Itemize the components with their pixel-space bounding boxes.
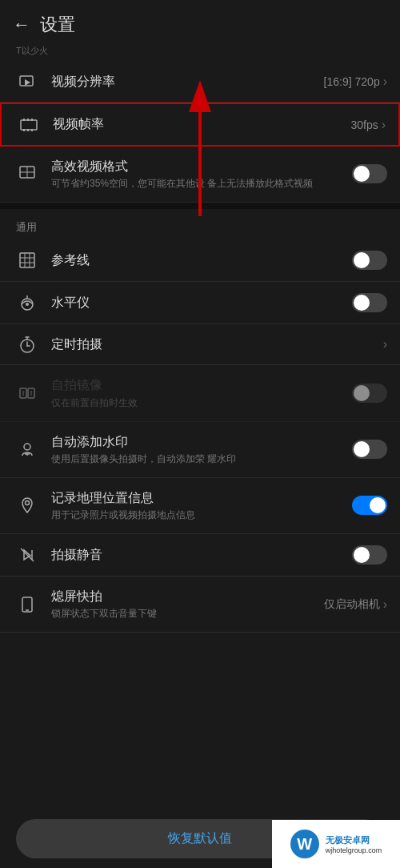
video-framerate-value: 30fps bbox=[350, 119, 378, 131]
location-title: 记录地理位置信息 bbox=[51, 489, 346, 507]
watermark-site-bottom: wjhotelgroup.com bbox=[326, 846, 382, 854]
watermark-site-top: 无极安卓网 bbox=[326, 834, 382, 846]
location-right[interactable] bbox=[352, 496, 387, 515]
watermark-content: 自动添加水印 使用后置摄像头拍摄时，自动添加荣 耀水印 bbox=[51, 433, 346, 466]
location-toggle[interactable] bbox=[352, 496, 387, 515]
screen-off-snap-title: 熄屏快拍 bbox=[51, 588, 318, 605]
hevc-toggle[interactable] bbox=[352, 164, 387, 183]
timer-chevron: › bbox=[383, 337, 387, 352]
svg-rect-7 bbox=[23, 129, 25, 131]
video-resolution-value: [16:9] 720p bbox=[324, 75, 380, 88]
watermark-label: T以少火 bbox=[0, 43, 400, 62]
watermark-toggle[interactable] bbox=[352, 440, 387, 459]
general-section-label: 通用 bbox=[0, 209, 400, 239]
level-content: 水平仪 bbox=[51, 294, 346, 311]
grid-lines-title: 参考线 bbox=[51, 251, 346, 269]
timer-item[interactable]: 定时拍摄 › bbox=[0, 324, 400, 365]
screen-off-snap-item[interactable]: 熄屏快拍 锁屏状态下双击音量下键 仅启动相机 › bbox=[0, 577, 400, 633]
screen-off-snap-chevron: › bbox=[383, 597, 387, 612]
video-framerate-item[interactable]: 视频帧率 30fps › bbox=[0, 102, 400, 146]
svg-rect-5 bbox=[27, 119, 29, 121]
silent-shutter-item[interactable]: 拍摄静音 bbox=[0, 534, 400, 577]
video-resolution-item[interactable]: 视频分辨率 [16:9] 720p › bbox=[0, 62, 400, 102]
hevc-content: 高效视频格式 可节省约35%空间，您可能在其他设 备上无法播放此格式视频 bbox=[51, 158, 346, 191]
location-icon bbox=[13, 496, 42, 514]
grid-lines-icon bbox=[13, 251, 42, 269]
svg-rect-4 bbox=[23, 119, 25, 121]
watermark-subtitle: 使用后置摄像头拍摄时，自动添加荣 耀水印 bbox=[51, 452, 346, 466]
selfie-mirror-item[interactable]: 自拍镜像 仅在前置自拍时生效 bbox=[0, 365, 400, 421]
svg-rect-8 bbox=[27, 129, 29, 131]
screen-off-snap-icon bbox=[13, 596, 42, 613]
timer-title: 定时拍摄 bbox=[51, 336, 377, 353]
video-resolution-icon bbox=[13, 73, 42, 90]
hevc-title: 高效视频格式 bbox=[51, 158, 346, 175]
back-button[interactable]: ← bbox=[13, 14, 30, 35]
location-item[interactable]: 记录地理位置信息 用于记录照片或视频拍摄地点信息 bbox=[0, 478, 400, 534]
video-resolution-title: 视频分辨率 bbox=[51, 73, 318, 90]
svg-point-20 bbox=[26, 303, 29, 306]
watermark-overlay: W 无极安卓网 wjhotelgroup.com bbox=[272, 820, 400, 868]
svg-point-35 bbox=[24, 444, 30, 450]
screen-off-snap-content: 熄屏快拍 锁屏状态下双击音量下键 bbox=[51, 588, 318, 621]
watermark-right[interactable] bbox=[352, 440, 387, 459]
page-title: 设置 bbox=[40, 13, 75, 37]
screen-off-snap-right: 仅启动相机 › bbox=[324, 597, 387, 612]
svg-point-38 bbox=[26, 501, 30, 505]
hevc-subtitle: 可节省约35%空间，您可能在其他设 备上无法播放此格式视频 bbox=[51, 177, 346, 191]
hevc-item[interactable]: 高效视频格式 可节省约35%空间，您可能在其他设 备上无法播放此格式视频 bbox=[0, 147, 400, 203]
level-title: 水平仪 bbox=[51, 294, 346, 311]
level-icon bbox=[13, 294, 42, 311]
selfie-mirror-right[interactable] bbox=[352, 384, 387, 403]
video-resolution-content: 视频分辨率 bbox=[51, 73, 318, 90]
screen-off-snap-subtitle: 锁屏状态下双击音量下键 bbox=[51, 607, 318, 621]
timer-right: › bbox=[383, 337, 387, 352]
level-item[interactable]: 水平仪 bbox=[0, 282, 400, 324]
svg-rect-9 bbox=[31, 129, 33, 131]
watermark-text: 无极安卓网 wjhotelgroup.com bbox=[326, 834, 382, 854]
header: ← 设置 bbox=[0, 0, 400, 43]
selfie-mirror-title: 自拍镜像 bbox=[51, 376, 346, 394]
level-right[interactable] bbox=[352, 293, 387, 312]
video-framerate-icon bbox=[14, 116, 43, 134]
svg-marker-1 bbox=[25, 79, 30, 86]
silent-shutter-toggle[interactable] bbox=[352, 545, 387, 565]
video-resolution-chevron: › bbox=[383, 74, 387, 89]
selfie-mirror-toggle[interactable] bbox=[352, 384, 387, 403]
location-subtitle: 用于记录照片或视频拍摄地点信息 bbox=[51, 508, 346, 522]
watermark-logo: W bbox=[290, 830, 319, 858]
location-content: 记录地理位置信息 用于记录照片或视频拍摄地点信息 bbox=[51, 489, 346, 522]
selfie-mirror-icon bbox=[13, 384, 42, 402]
watermark-title: 自动添加水印 bbox=[51, 433, 346, 451]
watermark-icon bbox=[13, 440, 42, 458]
svg-rect-6 bbox=[31, 119, 33, 121]
watermark-item[interactable]: 自动添加水印 使用后置摄像头拍摄时，自动添加荣 耀水印 bbox=[0, 422, 400, 478]
silent-shutter-content: 拍摄静音 bbox=[51, 546, 346, 564]
selfie-mirror-subtitle: 仅在前置自拍时生效 bbox=[51, 396, 346, 410]
screen-off-snap-value: 仅启动相机 bbox=[324, 597, 380, 612]
grid-lines-right[interactable] bbox=[352, 251, 387, 270]
timer-content: 定时拍摄 bbox=[51, 336, 377, 353]
video-framerate-content: 视频帧率 bbox=[53, 115, 344, 133]
selfie-mirror-content: 自拍镜像 仅在前置自拍时生效 bbox=[51, 376, 346, 409]
video-framerate-title: 视频帧率 bbox=[53, 115, 344, 133]
level-toggle[interactable] bbox=[352, 293, 387, 312]
video-framerate-chevron: › bbox=[382, 118, 386, 132]
timer-icon bbox=[13, 336, 42, 353]
svg-rect-2 bbox=[21, 120, 37, 130]
grid-lines-toggle[interactable] bbox=[352, 251, 387, 270]
silent-shutter-icon bbox=[13, 546, 42, 564]
video-framerate-right: 30fps › bbox=[350, 118, 386, 132]
grid-lines-content: 参考线 bbox=[51, 251, 346, 269]
silent-shutter-title: 拍摄静音 bbox=[51, 546, 346, 564]
svg-rect-13 bbox=[20, 253, 34, 267]
grid-lines-item[interactable]: 参考线 bbox=[0, 239, 400, 282]
video-resolution-right: [16:9] 720p › bbox=[324, 74, 387, 89]
silent-shutter-right[interactable] bbox=[352, 545, 387, 565]
separator-1 bbox=[0, 203, 400, 209]
hevc-icon bbox=[13, 165, 42, 183]
hevc-right[interactable] bbox=[352, 164, 387, 183]
